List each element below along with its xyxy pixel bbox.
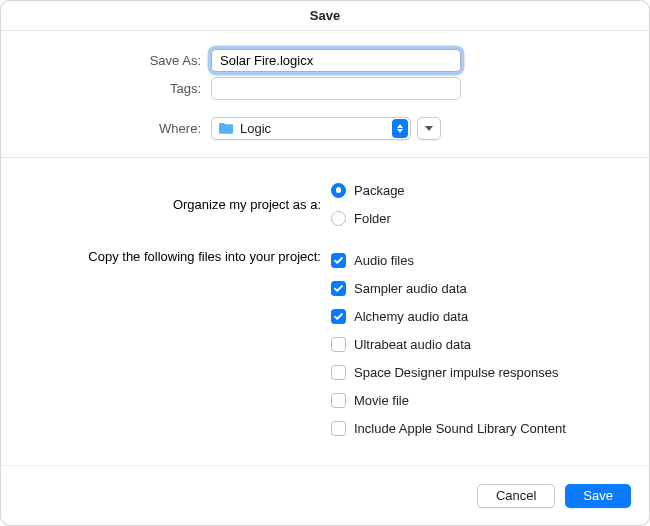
copy-option[interactable]: Ultrabeat audio data [331, 330, 566, 358]
save-dialog: Save Save As: Tags: Where: Logic [0, 0, 650, 526]
copy-option-label: Sampler audio data [354, 281, 467, 296]
checkbox-icon [331, 365, 346, 380]
updown-stepper-icon [392, 119, 408, 138]
where-popup[interactable]: Logic [211, 117, 411, 140]
copy-option-label: Ultrabeat audio data [354, 337, 471, 352]
folder-icon [218, 122, 234, 135]
checkbox-icon [331, 253, 346, 268]
dialog-footer: Cancel Save [1, 465, 649, 525]
save-as-label: Save As: [1, 53, 211, 68]
checkbox-icon [331, 337, 346, 352]
copy-option[interactable]: Alchemy audio data [331, 302, 566, 330]
chevron-down-icon [425, 126, 433, 131]
dialog-title: Save [1, 1, 649, 31]
copy-option-label: Alchemy audio data [354, 309, 468, 324]
where-folder-name: Logic [240, 121, 388, 136]
tags-input[interactable] [211, 77, 461, 100]
tags-label: Tags: [1, 81, 211, 96]
checkbox-icon [331, 281, 346, 296]
organize-option-package[interactable]: Package [331, 176, 405, 204]
copy-option-label: Include Apple Sound Library Content [354, 421, 566, 436]
copy-option[interactable]: Sampler audio data [331, 274, 566, 302]
copy-option[interactable]: Include Apple Sound Library Content [331, 414, 566, 442]
where-label: Where: [1, 121, 211, 136]
copy-option-label: Movie file [354, 393, 409, 408]
copy-option[interactable]: Space Designer impulse responses [331, 358, 566, 386]
copy-option[interactable]: Audio files [331, 246, 566, 274]
copy-option[interactable]: Movie file [331, 386, 566, 414]
radio-icon [331, 211, 346, 226]
checkbox-icon [331, 393, 346, 408]
organize-option-label: Folder [354, 211, 391, 226]
cancel-button[interactable]: Cancel [477, 484, 555, 508]
copy-option-label: Audio files [354, 253, 414, 268]
save-button[interactable]: Save [565, 484, 631, 508]
copy-label: Copy the following files into your proje… [1, 246, 331, 264]
organize-option-label: Package [354, 183, 405, 198]
radio-icon [331, 183, 346, 198]
organize-option-folder[interactable]: Folder [331, 204, 405, 232]
checkbox-icon [331, 421, 346, 436]
save-as-input[interactable] [211, 49, 461, 72]
expand-button[interactable] [417, 117, 441, 140]
copy-option-label: Space Designer impulse responses [354, 365, 559, 380]
organize-label: Organize my project as a: [1, 197, 331, 212]
checkbox-icon [331, 309, 346, 324]
